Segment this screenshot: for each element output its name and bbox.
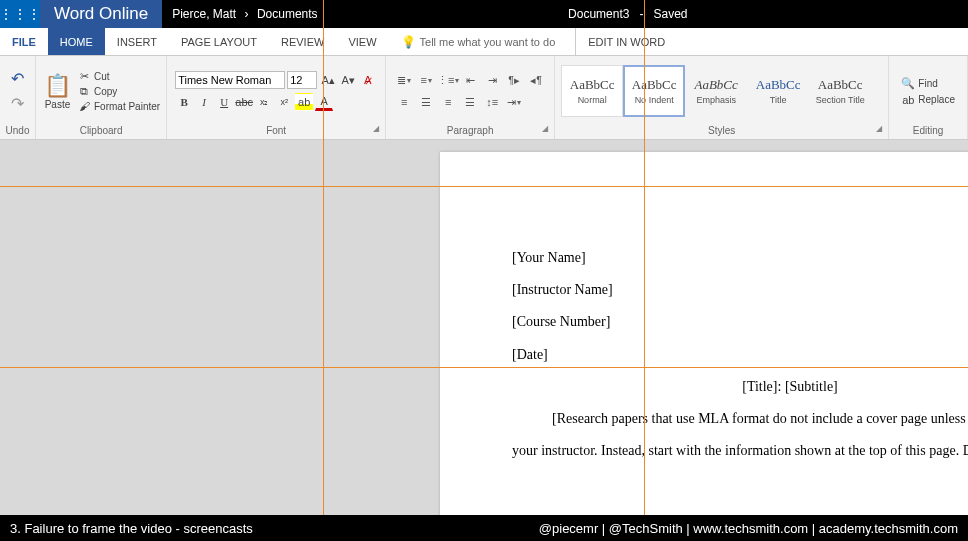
increase-indent-button[interactable]: ⇥ — [482, 71, 502, 89]
format-painter-button[interactable]: 🖌Format Painter — [75, 99, 162, 113]
placeholder-instructor[interactable]: [Instructor Name] — [512, 274, 968, 306]
style-no-indent[interactable]: AaBbCcNo Indent — [623, 65, 685, 117]
paste-button[interactable]: 📋 Paste — [40, 73, 75, 110]
copy-icon: ⧉ — [77, 85, 91, 98]
save-status: Saved — [653, 7, 687, 21]
style-title[interactable]: AaBbCcTitle — [747, 65, 809, 117]
footer-credits: @piecemr | @TechSmith | www.techsmith.co… — [539, 521, 958, 536]
ribbon: ↶ ↷ Undo 📋 Paste ✂Cut ⧉Copy 🖌Format Pain… — [0, 56, 968, 140]
slide-footer: 3. Failure to frame the video - screenca… — [0, 515, 968, 541]
guide-line-h1 — [0, 186, 968, 187]
guide-line-h2 — [0, 367, 968, 368]
bold-button[interactable]: B — [175, 93, 193, 111]
font-size-select[interactable] — [287, 71, 317, 89]
tell-me-search[interactable]: 💡 Tell me what you want to do — [389, 28, 568, 55]
page[interactable]: [Your Name] [Instructor Name] [Course Nu… — [440, 152, 968, 515]
lightbulb-icon: 💡 — [401, 35, 416, 49]
placeholder-course[interactable]: [Course Number] — [512, 306, 968, 338]
copy-button[interactable]: ⧉Copy — [75, 84, 162, 99]
style-normal[interactable]: AaBbCcNormal — [561, 65, 623, 117]
font-name-select[interactable] — [175, 71, 285, 89]
group-label-font: Font — [266, 125, 286, 136]
document-name[interactable]: Document3 — [568, 7, 629, 21]
align-center-button[interactable]: ☰ — [416, 93, 436, 111]
style-emphasis[interactable]: AaBbCcEmphasis — [685, 65, 747, 117]
search-icon: 🔍 — [901, 77, 915, 90]
justify-button[interactable]: ☰ — [460, 93, 480, 111]
special-indent-button[interactable]: ⇥▾ — [504, 93, 524, 111]
breadcrumb: Pierce, Matt › Documents — [162, 7, 327, 21]
italic-button[interactable]: I — [195, 93, 213, 111]
shrink-font-button[interactable]: A▾ — [339, 71, 357, 89]
group-label-styles: Styles — [708, 125, 735, 136]
body-paragraph[interactable]: [Research papers that use MLA format do … — [512, 403, 968, 467]
tab-edit-in-word[interactable]: EDIT IN WORD — [575, 28, 677, 55]
app-name: Word Online — [40, 0, 162, 28]
font-dialog-launcher[interactable]: ◢ — [373, 124, 379, 133]
grow-font-button[interactable]: A▴ — [319, 71, 337, 89]
group-label-undo: Undo — [4, 124, 31, 137]
cut-button[interactable]: ✂Cut — [75, 69, 162, 84]
undo-button[interactable]: ↶ — [11, 69, 24, 88]
align-left-button[interactable]: ≡ — [394, 93, 414, 111]
decrease-indent-button[interactable]: ⇤ — [460, 71, 480, 89]
style-section-title[interactable]: AaBbCcSection Title — [809, 65, 871, 117]
multilevel-list-button[interactable]: ⋮≡▾ — [438, 71, 458, 89]
redo-button[interactable]: ↷ — [11, 94, 24, 113]
rtl-button[interactable]: ◂¶ — [526, 71, 546, 89]
breadcrumb-sep: › — [245, 7, 249, 21]
placeholder-name[interactable]: [Your Name] — [512, 242, 968, 274]
clipboard-icon: 📋 — [44, 73, 71, 99]
replace-button[interactable]: abReplace — [899, 93, 957, 107]
find-button[interactable]: 🔍Find — [899, 76, 957, 91]
document-title-area: Document3 - Saved — [328, 7, 968, 21]
clear-formatting-button[interactable]: A̷ — [359, 71, 377, 89]
footer-caption: 3. Failure to frame the video - screenca… — [10, 521, 253, 536]
tab-insert[interactable]: INSERT — [105, 28, 169, 55]
underline-button[interactable]: U — [215, 93, 233, 111]
tab-home[interactable]: HOME — [48, 28, 105, 55]
breadcrumb-folder[interactable]: Documents — [257, 7, 318, 21]
line-spacing-button[interactable]: ↕≡ — [482, 93, 502, 111]
highlight-button[interactable]: ab — [295, 93, 313, 111]
group-label-paragraph: Paragraph — [447, 125, 494, 136]
breadcrumb-user[interactable]: Pierce, Matt — [172, 7, 236, 21]
font-color-button[interactable]: A — [315, 93, 333, 111]
superscript-button[interactable]: x² — [275, 93, 293, 111]
placeholder-date[interactable]: [Date] — [512, 339, 968, 371]
ribbon-tabs: FILE HOME INSERT PAGE LAYOUT REVIEW VIEW… — [0, 28, 968, 56]
tab-file[interactable]: FILE — [0, 28, 48, 55]
styles-dialog-launcher[interactable]: ◢ — [876, 124, 882, 133]
tab-page-layout[interactable]: PAGE LAYOUT — [169, 28, 269, 55]
paragraph-dialog-launcher[interactable]: ◢ — [542, 124, 548, 133]
guide-line-v1 — [323, 0, 324, 515]
app-launcher-icon[interactable]: ⋮⋮⋮ — [0, 0, 40, 28]
tab-review[interactable]: REVIEW — [269, 28, 336, 55]
guide-line-v2 — [644, 0, 645, 515]
ltr-button[interactable]: ¶▸ — [504, 71, 524, 89]
placeholder-title[interactable]: [Title]: [Subtitle] — [512, 371, 968, 403]
numbering-button[interactable]: ≡▾ — [416, 71, 436, 89]
document-canvas[interactable]: [Your Name] [Instructor Name] [Course Nu… — [0, 140, 968, 515]
strikethrough-button[interactable]: abc — [235, 93, 253, 111]
bullets-button[interactable]: ≣▾ — [394, 71, 414, 89]
brush-icon: 🖌 — [77, 100, 91, 112]
replace-icon: ab — [901, 94, 915, 106]
group-label-editing: Editing — [893, 124, 963, 137]
scissors-icon: ✂ — [77, 70, 91, 83]
group-label-clipboard: Clipboard — [40, 124, 162, 137]
subscript-button[interactable]: x₂ — [255, 93, 273, 111]
tab-view[interactable]: VIEW — [336, 28, 388, 55]
align-right-button[interactable]: ≡ — [438, 93, 458, 111]
